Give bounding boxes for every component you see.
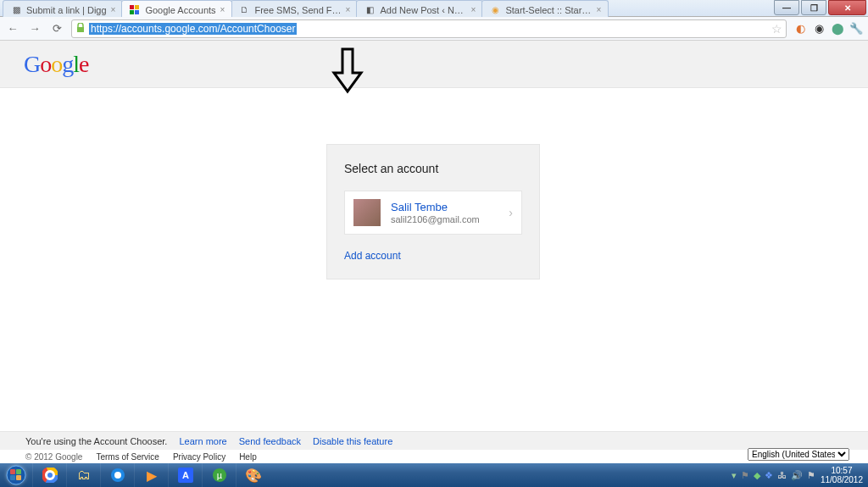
window-title-bar: ▩ Submit a link | Digg × Google Accounts… xyxy=(0,0,868,17)
tos-link[interactable]: Terms of Service xyxy=(96,452,159,462)
card-title: Select an account xyxy=(344,162,522,175)
browser-toolbar: ← → ⟳ https://accounts.google.com/Accoun… xyxy=(0,17,868,41)
tab-title: Google Accounts xyxy=(145,5,215,15)
tray-flag-icon[interactable]: ⚑ xyxy=(807,470,815,481)
task-utorrent[interactable]: µ xyxy=(202,463,236,487)
svg-text:µ: µ xyxy=(216,470,222,480)
tray-volume-icon[interactable]: 🔊 xyxy=(791,470,803,481)
tab-digg[interactable]: ▩ Submit a link | Digg × xyxy=(3,0,123,17)
close-icon[interactable]: × xyxy=(597,5,602,14)
forward-button[interactable]: → xyxy=(27,21,42,36)
task-media[interactable]: ▶ xyxy=(134,463,168,487)
tab-add-post[interactable]: ◧ Add New Post ‹ Nuclearrar × xyxy=(356,0,483,17)
google-header: Google xyxy=(0,41,868,88)
task-app-a[interactable]: A xyxy=(168,463,202,487)
window-controls: — ❐ ✕ xyxy=(772,0,866,15)
tab-start-select[interactable]: ◉ Start-Select :: Start/Select × xyxy=(481,0,609,17)
task-explorer[interactable]: 🗂 xyxy=(66,463,100,487)
tab-strip: ▩ Submit a link | Digg × Google Accounts… xyxy=(0,0,772,17)
chooser-text: You're using the Account Chooser. xyxy=(25,436,167,446)
add-account-link[interactable]: Add account xyxy=(344,250,522,262)
help-link[interactable]: Help xyxy=(239,452,257,462)
bookmark-star-icon[interactable]: ☆ xyxy=(771,22,782,36)
disable-feature-link[interactable]: Disable this feature xyxy=(313,436,392,446)
svg-rect-3 xyxy=(135,10,139,14)
tab-title: Start-Select :: Start/Select xyxy=(505,5,592,15)
favicon-generic: 🗋 xyxy=(238,4,250,16)
copyright: © 2012 Google xyxy=(25,452,82,462)
favicon-digg: ▩ xyxy=(10,4,22,16)
account-row[interactable]: Salil Tembe salil2106@gmail.com › xyxy=(344,191,522,235)
language-selector[interactable]: English (United States) xyxy=(748,447,849,461)
ext-icon-3[interactable]: ⬤ xyxy=(831,22,844,36)
svg-rect-0 xyxy=(130,5,134,9)
tab-free-sms[interactable]: 🗋 Free SMS, Send Free SMS, S × xyxy=(231,0,358,17)
svg-point-14 xyxy=(47,473,53,478)
svg-rect-2 xyxy=(130,10,134,14)
minimize-button[interactable]: — xyxy=(774,0,799,15)
tray-icon[interactable]: ⚑ xyxy=(741,470,749,481)
account-email: salil2106@gmail.com xyxy=(391,214,509,224)
close-icon[interactable]: × xyxy=(220,5,225,14)
svg-rect-6 xyxy=(10,469,15,474)
svg-rect-4 xyxy=(77,27,84,32)
tray-icon[interactable]: ❖ xyxy=(765,470,773,481)
task-paint[interactable]: 🎨 xyxy=(236,463,270,487)
tray-icon[interactable]: ◆ xyxy=(754,470,760,481)
footer-bar: You're using the Account Chooser. Learn … xyxy=(0,431,868,450)
task-chrome[interactable] xyxy=(32,463,66,487)
tab-title: Free SMS, Send Free SMS, S xyxy=(254,5,341,15)
tab-title: Submit a link | Digg xyxy=(26,5,107,15)
lock-icon xyxy=(75,23,87,35)
favicon-google xyxy=(129,4,141,16)
page-content: Google Select an account Salil Tembe sal… xyxy=(0,41,868,430)
google-logo: Google xyxy=(24,51,88,78)
start-button[interactable] xyxy=(0,463,32,487)
url-text: https://accounts.google.com/AccountChoos… xyxy=(89,23,297,35)
svg-rect-7 xyxy=(16,469,21,474)
ext-icon-1[interactable]: ◐ xyxy=(793,22,807,36)
svg-point-16 xyxy=(114,472,121,479)
extension-icons: ◐ ◉ ⬤ 🔧 xyxy=(793,22,863,36)
close-button[interactable]: ✕ xyxy=(828,0,866,15)
account-info: Salil Tembe salil2106@gmail.com xyxy=(391,201,509,224)
tray-icons: ▾ ⚑ ◆ ❖ 🖧 🔊 ⚑ xyxy=(732,470,815,481)
wrench-icon[interactable]: 🔧 xyxy=(849,22,863,36)
arrow-annotation xyxy=(331,47,364,97)
svg-text:A: A xyxy=(182,470,189,480)
svg-rect-1 xyxy=(135,5,139,9)
account-name: Salil Tembe xyxy=(391,201,509,214)
favicon-start: ◉ xyxy=(489,4,501,16)
maximize-button[interactable]: ❐ xyxy=(801,0,826,15)
taskbar: 🗂 ▶ A µ 🎨 ▾ ⚑ ◆ ❖ 🖧 🔊 ⚑ 10:57 11/08/2012 xyxy=(0,463,868,487)
back-button[interactable]: ← xyxy=(5,21,20,36)
close-icon[interactable]: × xyxy=(111,5,116,14)
account-chooser-card: Select an account Salil Tembe salil2106@… xyxy=(326,144,540,279)
favicon-wp: ◧ xyxy=(364,4,376,16)
svg-rect-8 xyxy=(10,475,15,480)
chevron-right-icon: › xyxy=(509,206,513,219)
clock-time: 10:57 xyxy=(821,466,863,475)
tray-network-icon[interactable]: 🖧 xyxy=(777,470,787,480)
system-tray: ▾ ⚑ ◆ ❖ 🖧 🔊 ⚑ 10:57 11/08/2012 xyxy=(732,463,868,487)
pinned-apps: 🗂 ▶ A µ 🎨 xyxy=(32,463,270,487)
close-icon[interactable]: × xyxy=(471,5,476,14)
task-teamviewer[interactable] xyxy=(100,463,134,487)
learn-more-link[interactable]: Learn more xyxy=(179,436,226,446)
clock-date: 11/08/2012 xyxy=(821,475,863,484)
footer-legal: © 2012 Google Terms of Service Privacy P… xyxy=(0,450,868,463)
language-select[interactable]: English (United States) xyxy=(748,448,849,461)
tab-title: Add New Post ‹ Nuclearrar xyxy=(380,5,466,15)
reload-button[interactable]: ⟳ xyxy=(49,21,64,36)
svg-rect-9 xyxy=(16,475,21,480)
tab-google-accounts[interactable]: Google Accounts × xyxy=(121,0,232,17)
address-bar[interactable]: https://accounts.google.com/AccountChoos… xyxy=(71,19,787,38)
svg-point-5 xyxy=(7,466,25,484)
ext-icon-2[interactable]: ◉ xyxy=(812,22,826,36)
send-feedback-link[interactable]: Send feedback xyxy=(239,436,301,446)
privacy-link[interactable]: Privacy Policy xyxy=(173,452,225,462)
avatar xyxy=(353,199,381,226)
clock[interactable]: 10:57 11/08/2012 xyxy=(821,466,863,484)
tray-icon[interactable]: ▾ xyxy=(732,470,737,481)
close-icon[interactable]: × xyxy=(346,5,351,14)
